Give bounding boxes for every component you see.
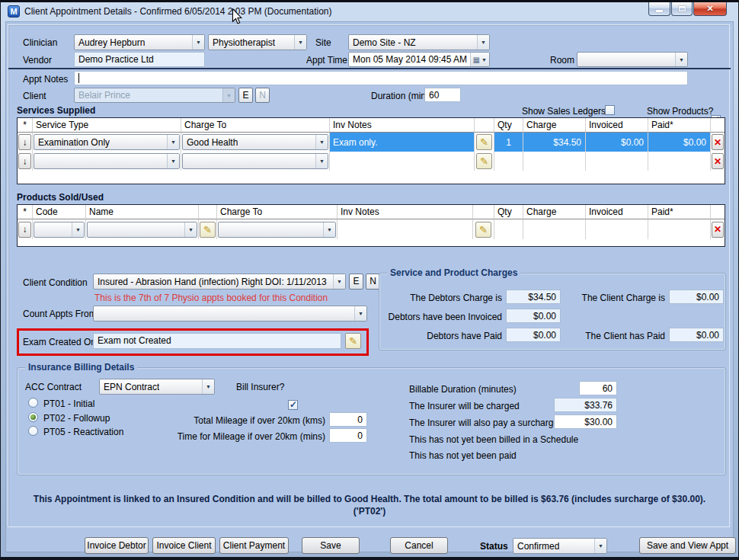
delete-x-icon: ✕ [714,224,721,235]
down-arrow-icon: ↓ [23,137,27,148]
radio-pt05[interactable] [28,426,38,436]
chevron-down-icon: ▼ [354,306,366,321]
invoice-client-button[interactable]: Invoice Client [152,537,216,554]
radio-pt02-label[interactable]: PT02 - Followup [43,413,110,424]
invoice-debtor-button[interactable]: Invoice Debtor [85,537,149,554]
debtors-paid-label: Debtors have Paid [379,331,502,341]
product-row-empty[interactable]: ↓ ▼ ▼ ✎ ▼ ✎ ✕ [18,219,725,239]
client-appointment-details-window: M Client Appointment Details - Confirmed… [0,0,739,560]
chevron-down-icon: ▼ [184,222,197,237]
debtors-charge-label: The Debtors Charge is [379,293,502,303]
service-type-select[interactable]: ▼ [34,153,180,169]
exam-edit-button[interactable]: ✎ [345,333,361,349]
charge-cell[interactable]: $34.50 [523,133,586,152]
dialog-body: Clinician Audrey Hepburn▼ Physiotherapis… [5,21,734,552]
status-select[interactable]: Confirmed▼ [513,538,607,554]
delete-x-icon: ✕ [714,137,721,148]
minimize-button[interactable] [648,2,670,16]
acc-contract-label: ACC Contract [25,382,82,392]
delete-row-button[interactable]: ✕ [712,153,724,169]
not-billed-text: This has not yet been billed in a Schedu… [409,434,578,445]
products-table: * Code Name Charge To Inv Notes Qty Char… [17,204,725,247]
close-button[interactable]: ✕ [693,2,727,16]
condition-edit-button[interactable]: E [349,274,363,290]
client-paid-field: $0.00 [669,328,724,342]
total-mileage-input[interactable]: 0 [329,412,367,427]
chevron-down-icon: ▼ [167,135,179,149]
service-type-select[interactable]: Examination Only▼ [34,134,180,150]
cancel-button[interactable]: Cancel [390,537,448,554]
services-header-row: * Service Type Charge To Inv Notes Qty C… [18,118,725,133]
text-caret [78,73,79,83]
chevron-down-icon: ▼ [594,539,606,553]
count-appts-from-select[interactable]: ▼ [93,306,367,322]
client-label: Client [23,91,46,101]
product-name-select[interactable]: ▼ [87,222,197,238]
time-mileage-input[interactable]: 0 [329,428,367,443]
billable-duration-input[interactable]: 60 [579,381,617,395]
client-select: Belair Prince▼ [74,88,235,103]
client-payment-button[interactable]: Client Payment [219,537,289,554]
duration-input[interactable]: 60 [424,88,461,102]
row-select-button[interactable]: ↓ [18,222,31,238]
clinician-role-select[interactable]: Physiotherapist▼ [208,34,307,50]
chevron-down-icon: ▼ [72,222,84,237]
pencil-icon: ✎ [203,224,212,235]
edit-notes-button[interactable]: ✎ [476,134,492,150]
qty-cell[interactable]: 1 [494,133,523,152]
edit-product-button[interactable]: ✎ [200,222,216,238]
charges-groupbox-title: Service and Product Charges [387,267,520,278]
chevron-down-icon: ▼ [477,35,489,50]
services-section-title: Services Supplied [17,105,95,116]
client-condition-select[interactable]: Insured - Abrasion Hand (infection) Righ… [93,274,346,290]
chevron-down-icon: ▼ [333,274,345,289]
client-edit-button[interactable]: E [238,88,253,103]
save-and-view-appt-slip-button[interactable]: Save and View Appt Slip [639,537,736,554]
products-header-row: * Code Name Charge To Inv Notes Qty Char… [18,205,725,219]
row-select-button[interactable]: ↓ [18,134,31,150]
appt-time-picker[interactable]: Mon 05 May 2014 09:45 AM ▦▼ [348,52,490,67]
row-select-button[interactable]: ↓ [18,153,31,169]
inv-notes-cell[interactable] [330,152,475,171]
status-label: Status [480,541,508,552]
site-select[interactable]: Demo Site - NZ▼ [348,34,490,50]
calendar-icon[interactable]: ▦▼ [470,53,489,66]
product-charge-to-select[interactable]: ▼ [218,222,336,238]
edit-notes-button[interactable]: ✎ [476,153,492,169]
inv-notes-cell[interactable] [338,219,473,239]
chevron-down-icon: ▼ [192,35,204,50]
service-row-selected[interactable]: ↓ Examination Only▼ Good Health▼ Exam on… [18,133,725,152]
inv-notes-cell[interactable]: Exam only. [330,133,475,152]
edit-notes-button[interactable]: ✎ [475,222,491,238]
pencil-icon: ✎ [349,335,357,347]
save-button[interactable]: Save [302,537,360,554]
debtors-invoiced-field: $0.00 [506,309,561,323]
acc-contract-select[interactable]: EPN Contract▼ [99,379,215,395]
insurer-charged-field: $33.76 [554,398,617,412]
delete-row-button[interactable]: ✕ [712,134,724,150]
radio-pt01-label[interactable]: PT01 - Initial [43,398,94,409]
billable-duration-label: Billable Duration (minutes) [409,384,517,395]
bill-insurer-checkbox[interactable] [288,400,298,410]
maximize-button[interactable] [671,2,693,16]
charge-to-select[interactable]: Good Health▼ [182,134,328,150]
radio-pt05-label[interactable]: PT05 - Reactivation [43,427,123,437]
radio-pt01[interactable] [28,398,38,408]
pencil-icon: ✎ [479,224,488,235]
client-condition-label: Client Condition [23,277,88,288]
close-icon: ✕ [706,4,713,14]
room-select[interactable]: ▼ [577,52,688,67]
appt-notes-label: Appt Notes [23,74,68,85]
service-row-empty[interactable]: ↓ ▼ ▼ ✎ ✕ [18,152,725,171]
delete-row-button[interactable]: ✕ [712,222,724,238]
radio-pt02[interactable] [28,412,38,422]
product-code-select[interactable]: ▼ [34,222,85,238]
clinician-select[interactable]: Audrey Hepburn▼ [74,34,205,50]
show-sales-ledgers-checkbox[interactable] [605,105,615,115]
appt-notes-input[interactable] [74,71,688,85]
charge-to-select[interactable]: ▼ [182,153,328,169]
main-panel: Clinician Audrey Hepburn▼ Physiotherapis… [8,24,730,527]
show-products-label: Show Products? [647,106,713,117]
debtors-invoiced-label: Debtors have been Invoiced [379,312,502,322]
chevron-down-icon: ▼ [294,35,306,50]
